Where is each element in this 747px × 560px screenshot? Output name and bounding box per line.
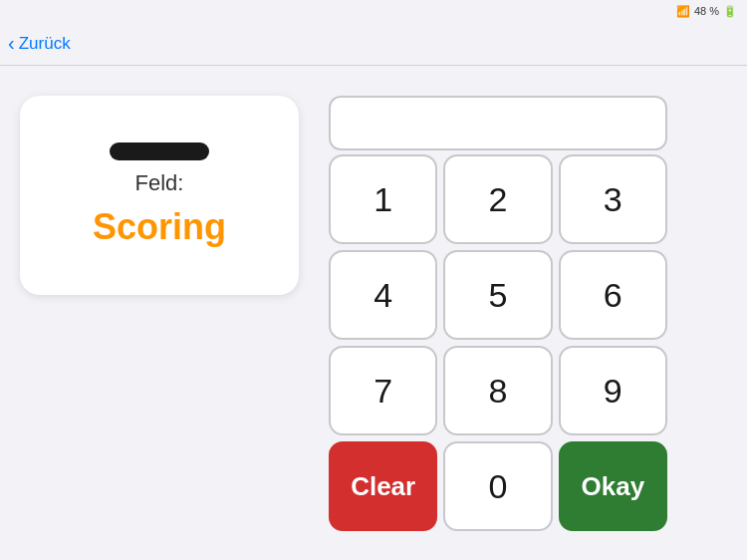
battery-icon: 🔋 <box>723 5 737 18</box>
numpad-container: 123456789Clear0Okay <box>329 96 667 531</box>
numpad-btn-0[interactable]: 0 <box>443 441 552 531</box>
numpad-btn-1[interactable]: 1 <box>329 154 437 244</box>
nav-bar: ‹ Zurück <box>0 22 747 66</box>
card-label: Feld: <box>135 170 184 196</box>
numpad-btn-6[interactable]: 6 <box>559 250 667 340</box>
numpad-btn-9[interactable]: 9 <box>559 346 667 435</box>
numpad-btn-okay[interactable]: Okay <box>559 441 667 531</box>
numpad-btn-5[interactable]: 5 <box>443 250 552 340</box>
back-label: Zurück <box>19 34 71 54</box>
card-value: Scoring <box>93 206 226 248</box>
card-handle <box>110 142 209 160</box>
numpad-btn-2[interactable]: 2 <box>443 154 552 244</box>
numpad-btn-8[interactable]: 8 <box>443 346 552 435</box>
status-bar: 📶 48 % 🔋 <box>0 0 747 22</box>
battery-percentage: 48 % <box>694 5 719 17</box>
wifi-icon: 📶 <box>676 5 690 18</box>
numpad-grid: 123456789Clear0Okay <box>329 154 667 531</box>
numpad-btn-clear[interactable]: Clear <box>329 441 437 531</box>
numpad-display <box>329 96 667 150</box>
back-button[interactable]: ‹ Zurück <box>8 34 71 54</box>
back-chevron-icon: ‹ <box>8 33 15 53</box>
main-content: Feld: Scoring 123456789Clear0Okay <box>0 66 747 560</box>
status-icons: 📶 48 % 🔋 <box>676 5 737 18</box>
numpad-btn-3[interactable]: 3 <box>559 154 667 244</box>
info-card: Feld: Scoring <box>20 96 299 295</box>
numpad-btn-4[interactable]: 4 <box>329 250 437 340</box>
numpad-btn-7[interactable]: 7 <box>329 346 437 435</box>
